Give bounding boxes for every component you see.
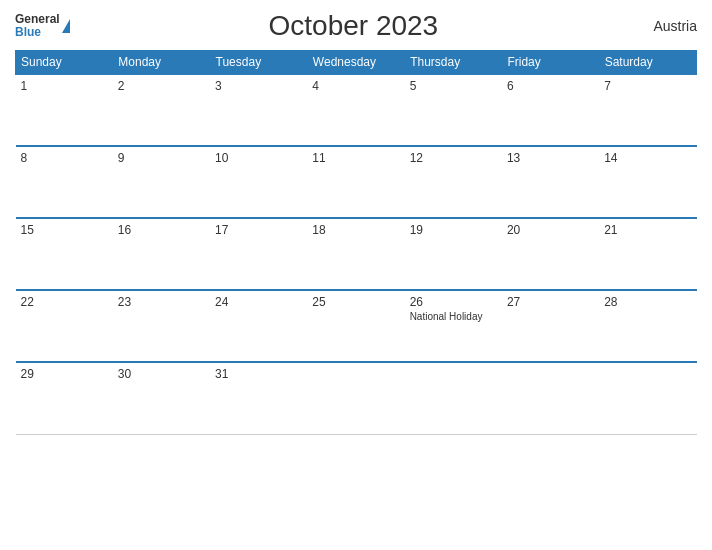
header-sunday: Sunday: [16, 51, 113, 75]
table-row: 20: [502, 218, 599, 290]
table-row: 11: [307, 146, 404, 218]
day-number: 30: [118, 367, 205, 381]
table-row: 2: [113, 74, 210, 146]
table-row: 21: [599, 218, 696, 290]
table-row: 3: [210, 74, 307, 146]
day-number: 12: [410, 151, 497, 165]
day-number: 29: [21, 367, 108, 381]
table-row: [307, 362, 404, 434]
header-wednesday: Wednesday: [307, 51, 404, 75]
table-row: 28: [599, 290, 696, 362]
table-row: 25: [307, 290, 404, 362]
day-number: 11: [312, 151, 399, 165]
day-number: 8: [21, 151, 108, 165]
calendar-week-row: 1234567: [16, 74, 697, 146]
weekday-header-row: Sunday Monday Tuesday Wednesday Thursday…: [16, 51, 697, 75]
day-number: 25: [312, 295, 399, 309]
table-row: 10: [210, 146, 307, 218]
header-tuesday: Tuesday: [210, 51, 307, 75]
table-row: 30: [113, 362, 210, 434]
day-number: 15: [21, 223, 108, 237]
table-row: 16: [113, 218, 210, 290]
header-saturday: Saturday: [599, 51, 696, 75]
calendar-header: General Blue October 2023 Austria: [15, 10, 697, 42]
table-row: 18: [307, 218, 404, 290]
logo-triangle-icon: [62, 19, 70, 33]
calendar-week-row: 891011121314: [16, 146, 697, 218]
day-number: 4: [312, 79, 399, 93]
day-number: 13: [507, 151, 594, 165]
day-number: 31: [215, 367, 302, 381]
table-row: 24: [210, 290, 307, 362]
day-number: 24: [215, 295, 302, 309]
table-row: 26National Holiday: [405, 290, 502, 362]
table-row: 29: [16, 362, 113, 434]
logo-blue-text: Blue: [15, 26, 60, 39]
table-row: 15: [16, 218, 113, 290]
table-row: [405, 362, 502, 434]
day-number: 20: [507, 223, 594, 237]
day-number: 14: [604, 151, 691, 165]
event-label: National Holiday: [410, 311, 497, 322]
table-row: 14: [599, 146, 696, 218]
day-number: 2: [118, 79, 205, 93]
table-row: [599, 362, 696, 434]
calendar-container: General Blue October 2023 Austria Sunday…: [0, 0, 712, 550]
table-row: 1: [16, 74, 113, 146]
day-number: 7: [604, 79, 691, 93]
day-number: 21: [604, 223, 691, 237]
table-row: 31: [210, 362, 307, 434]
table-row: 7: [599, 74, 696, 146]
day-number: 3: [215, 79, 302, 93]
day-number: 27: [507, 295, 594, 309]
logo: General Blue: [15, 13, 70, 39]
month-title: October 2023: [70, 10, 637, 42]
day-number: 5: [410, 79, 497, 93]
calendar-week-row: 293031: [16, 362, 697, 434]
day-number: 28: [604, 295, 691, 309]
table-row: 9: [113, 146, 210, 218]
header-monday: Monday: [113, 51, 210, 75]
day-number: 22: [21, 295, 108, 309]
calendar-week-row: 2223242526National Holiday2728: [16, 290, 697, 362]
calendar-table: Sunday Monday Tuesday Wednesday Thursday…: [15, 50, 697, 435]
table-row: 12: [405, 146, 502, 218]
table-row: 8: [16, 146, 113, 218]
day-number: 10: [215, 151, 302, 165]
day-number: 19: [410, 223, 497, 237]
table-row: 17: [210, 218, 307, 290]
table-row: 13: [502, 146, 599, 218]
table-row: 22: [16, 290, 113, 362]
day-number: 6: [507, 79, 594, 93]
day-number: 18: [312, 223, 399, 237]
day-number: 16: [118, 223, 205, 237]
day-number: 26: [410, 295, 497, 309]
day-number: 1: [21, 79, 108, 93]
day-number: 17: [215, 223, 302, 237]
table-row: 19: [405, 218, 502, 290]
table-row: 23: [113, 290, 210, 362]
table-row: [502, 362, 599, 434]
country-label: Austria: [637, 18, 697, 34]
calendar-week-row: 15161718192021: [16, 218, 697, 290]
table-row: 6: [502, 74, 599, 146]
table-row: 5: [405, 74, 502, 146]
day-number: 23: [118, 295, 205, 309]
table-row: 4: [307, 74, 404, 146]
header-friday: Friday: [502, 51, 599, 75]
day-number: 9: [118, 151, 205, 165]
header-thursday: Thursday: [405, 51, 502, 75]
table-row: 27: [502, 290, 599, 362]
